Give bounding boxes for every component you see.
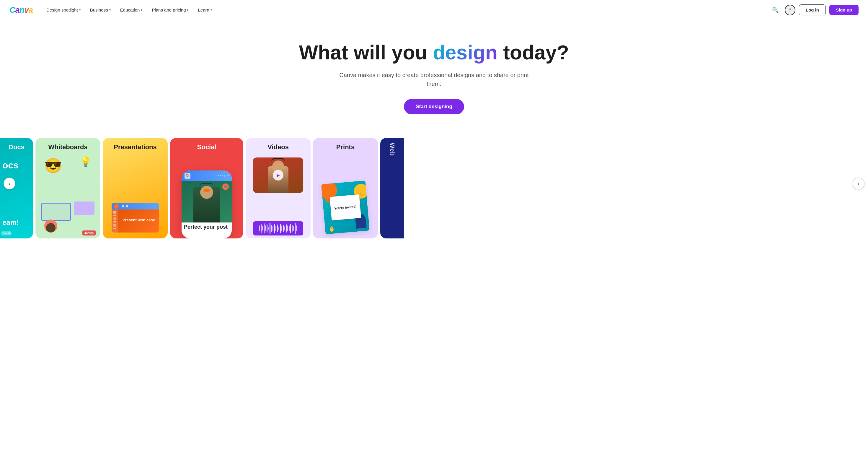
cards-strip: ‹ Docs ocs eam! David Whiteboards 😎 💡 Ja…	[0, 128, 868, 238]
nav-item-learn[interactable]: Learn ▾	[194, 5, 216, 15]
chevron-down-icon: ▾	[109, 8, 111, 11]
nav-label-plans-pricing: Plans and pricing	[152, 7, 186, 12]
carousel-next-button[interactable]: ›	[852, 178, 864, 189]
nav-label-design-spotlight: Design spotlight	[46, 7, 78, 12]
hero-title: What will you design today?	[9, 41, 859, 63]
card-social-content: 🏠 • • • ↑ ↗ 🌀 Perfect your post	[170, 154, 243, 238]
nav-item-education[interactable]: Education ▾	[116, 5, 147, 15]
card-prints-title: Prints	[332, 138, 359, 154]
prints-invitation-card: You're invited! ✋ ✋	[321, 180, 370, 234]
card-prints-content: You're invited! ✋ ✋	[313, 154, 378, 238]
card-websites[interactable]: Web	[380, 138, 404, 238]
social-phone-mockup: 🏠 • • • ↑ ↗ 🌀 Perfect your post	[182, 171, 232, 238]
social-phone-bar: 🏠 • • • ↑ ↗	[182, 171, 232, 181]
card-videos-content: ▶	[246, 154, 311, 238]
card-social[interactable]: Social 🏠 • • • ↑ ↗ 🌀 Perfect	[170, 138, 243, 238]
presentation-slide-text: Present with ease	[123, 218, 155, 222]
card-websites-title: Web	[387, 138, 397, 161]
video-player-mockup: ▶	[253, 157, 303, 193]
search-icon: 🔍	[772, 7, 779, 13]
logo-text: Canva	[9, 5, 33, 14]
canva-brand-overlay: 🌀	[222, 183, 229, 190]
card-whiteboards-content: 😎 💡 James	[35, 154, 100, 238]
hero-section: What will you design today? Canva makes …	[0, 20, 868, 128]
whiteboard-tag: James	[82, 230, 96, 235]
card-presentations-content: Present with ease	[103, 154, 168, 238]
home-icon: 🏠	[185, 173, 190, 179]
hero-subtitle: Canva makes it easy to create profession…	[334, 70, 534, 88]
whiteboard-avatar	[44, 220, 57, 233]
help-icon: ?	[788, 7, 791, 12]
card-docs-title: Docs	[4, 138, 29, 154]
hero-title-part1: What will you	[299, 41, 433, 63]
card-social-title: Social	[192, 138, 221, 154]
nav-actions: 🔍 ? Log in Sign up	[769, 4, 859, 16]
hero-title-part2: today?	[497, 41, 569, 63]
nav-item-business[interactable]: Business ▾	[86, 5, 115, 15]
social-post-caption: Perfect your post	[182, 223, 232, 232]
nav-label-learn: Learn	[198, 7, 209, 12]
whiteboard-emoji: 😎	[44, 157, 62, 174]
nav-item-plans-pricing[interactable]: Plans and pricing ▾	[148, 5, 192, 15]
toolbar-dot	[126, 205, 128, 207]
chevron-down-icon: ▾	[141, 8, 142, 11]
nav-label-education: Education	[120, 7, 140, 12]
canva-logo-small	[114, 204, 119, 209]
logo[interactable]: Canva	[9, 5, 33, 15]
nav-label-business: Business	[90, 7, 108, 12]
card-docs-content: ocs eam! David	[0, 154, 33, 238]
prints-white-card-inner: You're invited!	[330, 195, 361, 221]
login-button[interactable]: Log in	[799, 4, 826, 16]
chevron-down-icon: ▾	[79, 8, 81, 11]
signup-button[interactable]: Sign up	[829, 5, 859, 15]
whiteboard-bulb-icon: 💡	[80, 156, 92, 167]
phone-dots: • • • ↑ ↗	[218, 174, 229, 178]
navbar: Canva Design spotlight ▾ Business ▾ Educ…	[0, 0, 868, 20]
card-whiteboards-title: Whiteboards	[43, 138, 92, 154]
search-button[interactable]: 🔍	[769, 4, 781, 16]
chevron-down-icon: ▾	[211, 8, 212, 11]
card-videos-title: Videos	[263, 138, 293, 154]
card-presentations[interactable]: Presentations Present with ease	[103, 138, 168, 238]
card-prints[interactable]: Prints You're invited! ✋ ✋	[313, 138, 378, 238]
help-button[interactable]: ?	[785, 5, 795, 16]
chevron-down-icon: ▾	[187, 8, 188, 11]
card-whiteboards[interactable]: Whiteboards 😎 💡 James	[35, 138, 100, 238]
presentation-screen: Present with ease	[112, 203, 159, 233]
card-docs[interactable]: Docs ocs eam! David	[0, 138, 33, 238]
nav-links: Design spotlight ▾ Business ▾ Education …	[42, 5, 769, 15]
social-post-image: 🌀	[182, 181, 232, 223]
carousel-prev-button[interactable]: ‹	[4, 178, 16, 189]
toolbar-dot	[122, 205, 124, 207]
nav-item-design-spotlight[interactable]: Design spotlight ▾	[42, 5, 85, 15]
audio-waveform	[253, 221, 303, 235]
hero-title-highlight: design	[433, 41, 497, 63]
whiteboard-rect	[41, 203, 71, 221]
card-presentations-title: Presentations	[109, 138, 161, 154]
start-designing-button[interactable]: Start designing	[404, 99, 464, 114]
card-videos[interactable]: Videos ▶	[246, 138, 311, 238]
presentation-toolbar	[112, 203, 159, 209]
play-button[interactable]: ▶	[273, 170, 283, 180]
whiteboard-rect2	[74, 202, 94, 215]
